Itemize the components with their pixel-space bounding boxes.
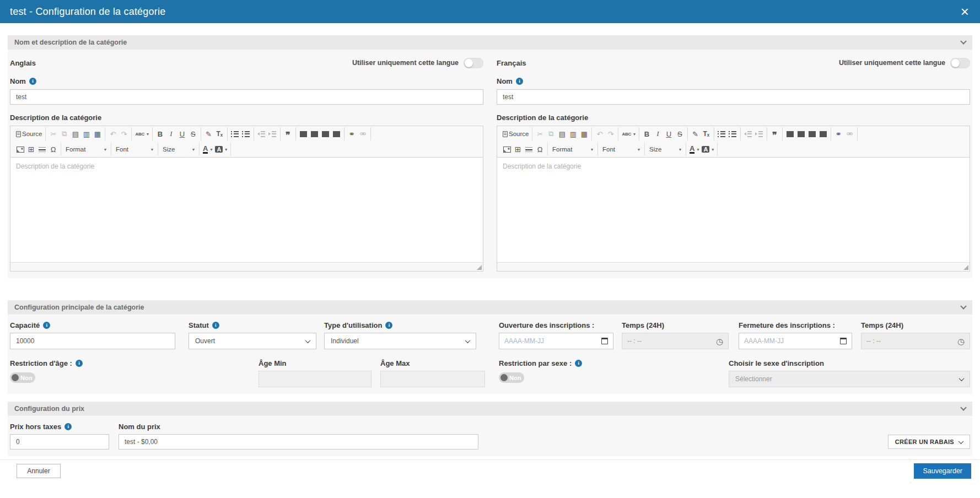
paste-icon[interactable]: ▤: [71, 128, 80, 139]
close-date-input[interactable]: [744, 337, 840, 345]
special-character-icon[interactable]: Ω: [535, 144, 545, 155]
info-icon[interactable]: i: [385, 322, 392, 329]
chevron-down-icon[interactable]: [960, 303, 966, 309]
align-right-icon[interactable]: [321, 128, 330, 139]
chevron-down-icon: [959, 376, 965, 381]
image-icon[interactable]: [15, 144, 25, 155]
create-discount-button[interactable]: CRÉER UN RABAIS: [888, 435, 970, 449]
name-input-english[interactable]: [10, 89, 483, 105]
italic-icon[interactable]: I: [653, 128, 663, 139]
section-price-configuration-header[interactable]: Configuration du prix: [8, 402, 972, 416]
usage-type-select[interactable]: Individuel: [324, 333, 476, 349]
sex-restriction-label: Restriction par sexe :: [499, 359, 572, 367]
name-input-french[interactable]: [497, 89, 970, 105]
italic-icon[interactable]: I: [166, 128, 176, 139]
background-color-icon[interactable]: A▾: [701, 144, 714, 155]
bulleted-list-icon[interactable]: [728, 128, 737, 139]
source-button[interactable]: Source: [502, 128, 529, 139]
copy-formatting-icon[interactable]: ✎: [691, 128, 700, 139]
align-right-icon[interactable]: [807, 128, 817, 139]
underline-icon[interactable]: U: [177, 128, 187, 139]
rich-text-area[interactable]: Description de la catégorie: [497, 158, 970, 262]
calendar-icon[interactable]: [840, 338, 847, 344]
close-date-field: [739, 333, 852, 349]
paste-plain-text-icon[interactable]: ▥: [82, 128, 91, 139]
bold-icon[interactable]: B: [155, 128, 165, 139]
format-dropdown[interactable]: Format▾: [64, 146, 108, 153]
info-icon[interactable]: i: [516, 78, 523, 85]
paste-from-word-icon[interactable]: ▦: [579, 128, 589, 139]
table-icon[interactable]: ⊞: [513, 144, 523, 155]
justify-icon[interactable]: [332, 128, 341, 139]
capacity-input[interactable]: [10, 333, 175, 349]
blockquote-icon[interactable]: ❞: [283, 128, 293, 139]
size-dropdown[interactable]: Size▾: [161, 146, 196, 153]
underline-icon[interactable]: U: [664, 128, 674, 139]
justify-icon[interactable]: [819, 128, 828, 139]
paste-from-word-icon[interactable]: ▦: [93, 128, 102, 139]
size-dropdown[interactable]: Size▾: [648, 146, 683, 153]
info-icon[interactable]: i: [76, 360, 83, 367]
remove-format-icon[interactable]: Tₓ: [702, 128, 711, 139]
calendar-icon[interactable]: [601, 338, 608, 344]
horizontal-line-icon[interactable]: [524, 144, 534, 155]
status-select[interactable]: Ouvert: [189, 333, 316, 349]
age-restriction-toggle[interactable]: Non: [10, 372, 35, 383]
align-center-icon[interactable]: [310, 128, 319, 139]
chevron-down-icon[interactable]: [960, 404, 966, 410]
chevron-down-icon[interactable]: [960, 38, 966, 44]
align-center-icon[interactable]: [796, 128, 806, 139]
clock-icon: ◷: [957, 337, 965, 345]
blockquote-icon[interactable]: ❞: [770, 128, 779, 139]
align-left-icon[interactable]: [299, 128, 308, 139]
font-dropdown[interactable]: Font▾: [114, 146, 155, 153]
only-language-label: Utiliser uniquement cette langue: [839, 59, 945, 67]
only-language-toggle[interactable]: [464, 58, 483, 68]
open-date-input[interactable]: [504, 337, 601, 345]
link-icon[interactable]: ⚭: [834, 128, 843, 139]
cut-icon: ✂: [49, 128, 58, 139]
text-color-icon[interactable]: A▾: [202, 144, 213, 155]
sex-restriction-toggle[interactable]: Non: [499, 372, 524, 383]
image-icon[interactable]: [502, 144, 511, 155]
spell-check-icon[interactable]: ABC▾: [621, 128, 636, 139]
cancel-button[interactable]: Annuler: [17, 464, 61, 478]
save-button[interactable]: Sauvegarder: [914, 463, 971, 479]
numbered-list-icon[interactable]: [230, 128, 240, 139]
spell-check-icon[interactable]: ABC▾: [134, 128, 149, 139]
special-character-icon[interactable]: Ω: [49, 144, 58, 155]
strikethrough-icon[interactable]: S: [675, 128, 685, 139]
numbered-list-icon[interactable]: [717, 128, 726, 139]
align-left-icon[interactable]: [785, 128, 795, 139]
font-dropdown[interactable]: Font▾: [601, 146, 642, 153]
unlink-icon: ⚮: [845, 128, 854, 139]
info-icon[interactable]: i: [575, 360, 582, 367]
close-icon[interactable]: ×: [961, 4, 969, 19]
link-icon[interactable]: ⚭: [347, 128, 357, 139]
background-color-icon[interactable]: A▾: [214, 144, 228, 155]
only-language-toggle[interactable]: [950, 58, 970, 68]
strikethrough-icon[interactable]: S: [189, 128, 198, 139]
horizontal-line-icon[interactable]: [37, 144, 47, 155]
copy-formatting-icon[interactable]: ✎: [204, 128, 213, 139]
paste-plain-text-icon[interactable]: ▥: [568, 128, 578, 139]
rich-text-area[interactable]: Description de la catégorie: [10, 158, 483, 262]
price-name-input[interactable]: [119, 434, 478, 450]
remove-format-icon[interactable]: Tₓ: [215, 128, 224, 139]
format-dropdown[interactable]: Format▾: [551, 146, 595, 153]
info-icon[interactable]: i: [212, 322, 219, 329]
info-icon[interactable]: i: [43, 322, 50, 329]
price-input[interactable]: [10, 434, 109, 450]
resize-handle-icon[interactable]: [963, 265, 968, 270]
source-button[interactable]: Source: [15, 128, 42, 139]
text-color-icon[interactable]: A▾: [689, 144, 699, 155]
resize-handle-icon[interactable]: [477, 265, 482, 270]
bold-icon[interactable]: B: [642, 128, 651, 139]
info-icon[interactable]: i: [64, 423, 72, 430]
section-main-configuration-header[interactable]: Configuration principale de la catégorie: [8, 300, 972, 315]
table-icon[interactable]: ⊞: [26, 144, 36, 155]
bulleted-list-icon[interactable]: [241, 128, 251, 139]
info-icon[interactable]: i: [29, 78, 36, 85]
paste-icon[interactable]: ▤: [557, 128, 567, 139]
section-name-description-header[interactable]: Nom et description de la catégorie: [8, 35, 972, 50]
